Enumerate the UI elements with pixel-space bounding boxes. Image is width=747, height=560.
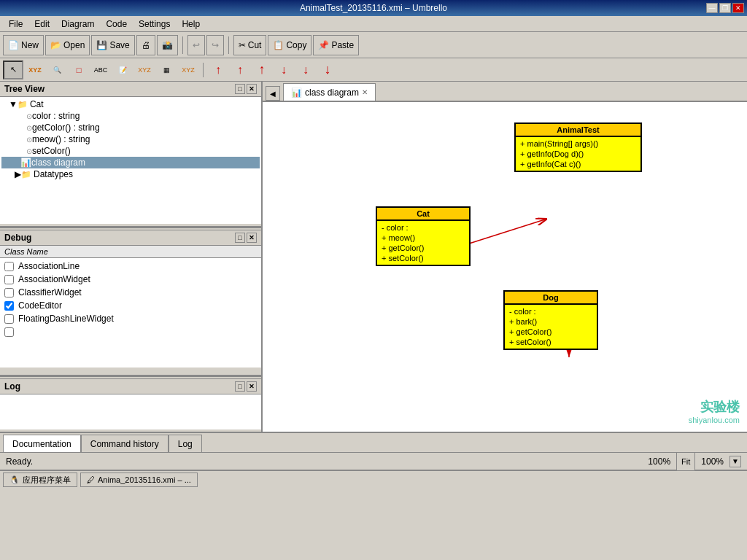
menu-diagram[interactable]: Diagram (55, 18, 100, 31)
animaltest-header: AnimalTest (516, 124, 640, 137)
diagram-tabs: ◀ 📊 class diagram ✕ (263, 82, 747, 102)
open-button[interactable]: 📂 Open (45, 35, 90, 55)
statusbar: Ready. 100% Fit 100% ▼ (0, 452, 747, 470)
tab-log[interactable]: Log (169, 435, 202, 452)
zoom-scroll[interactable]: ▼ (729, 456, 741, 467)
debug-item[interactable]: AssociationWidget (1, 273, 260, 286)
diagram-canvas[interactable]: AnimalTest + main(String[] args)() + get… (263, 102, 747, 432)
uml-class-animaltest[interactable]: AnimalTest + main(String[] args)() + get… (514, 122, 642, 172)
classifierwidget-checkbox[interactable] (4, 288, 14, 298)
tree-method-setcolor[interactable]: ⊙ setColor() (1, 145, 260, 157)
arrow-down3-tool[interactable]: ↓ (317, 61, 338, 79)
new-icon: 📄 (8, 40, 19, 50)
floatingtext-checkbox[interactable] (4, 327, 14, 337)
fit-button[interactable]: Fit (676, 452, 695, 471)
rect-tool[interactable]: □ (69, 61, 89, 79)
overview-tool[interactable]: 🔍 (47, 61, 67, 79)
save-icon: 💾 (96, 40, 107, 50)
log-undock-btn[interactable]: □ (235, 381, 245, 392)
treeview-close-btn[interactable]: ✕ (247, 84, 257, 94)
cut-button[interactable]: ✂ Cut (233, 35, 267, 55)
arrow-up2-tool[interactable]: ↑ (230, 61, 250, 79)
toolbar-sep2 (228, 36, 229, 54)
tree-classdiagram[interactable]: 📊 class diagram (1, 157, 260, 168)
debug-item[interactable]: AssociationLine (1, 260, 260, 273)
attr-icon: ⊙ (26, 112, 32, 120)
export-button[interactable]: 📸 (157, 35, 178, 55)
close-button[interactable]: ✕ (732, 3, 744, 13)
maximize-button[interactable]: ❐ (719, 3, 731, 13)
tab-close-btn[interactable]: ✕ (362, 88, 368, 96)
taskbar-app[interactable]: 🐧 应用程序菜单 (3, 472, 77, 487)
tab-commandhistory[interactable]: Command history (81, 435, 169, 452)
paste-button[interactable]: 📌 Paste (313, 35, 359, 55)
cat-header: Cat (377, 208, 469, 221)
arrow-down-tool[interactable]: ↓ (274, 61, 294, 79)
tree-datatypes[interactable]: ▶ 📁 Datatypes (1, 168, 260, 180)
toolbar-sep1 (182, 36, 183, 54)
taskbar-file[interactable]: 🖊 Anima_20135116.xmi – ... (80, 472, 198, 487)
debug-item[interactable]: FloatingDashLineWidget (1, 312, 260, 325)
menu-code[interactable]: Code (100, 18, 133, 31)
menu-help[interactable]: Help (176, 18, 206, 31)
titlebar-controls: — ❐ ✕ (706, 3, 744, 13)
menu-file[interactable]: File (3, 18, 28, 31)
method2-icon: ⊙ (26, 136, 32, 144)
dog-body: - color : + bark() + getColor() + setCol… (505, 305, 597, 349)
uml-class-dog[interactable]: Dog - color : + bark() + getColor() + se… (503, 290, 598, 350)
minimize-button[interactable]: — (706, 3, 718, 13)
label-tool[interactable]: XYZ (178, 61, 198, 79)
assocline-checkbox[interactable] (4, 262, 14, 271)
main-toolbar: 📄 New 📂 Open 💾 Save 🖨 📸 ↩ ↪ ✂ Cut 📋 Copy… (0, 32, 747, 58)
status-text: Ready. (6, 456, 33, 467)
export-icon: 📸 (162, 40, 173, 50)
xyz2-tool[interactable]: XYZ (134, 61, 155, 79)
expand-icon: ▼ (9, 99, 18, 109)
tree-attr-color[interactable]: ⊙ color : string (1, 110, 260, 122)
cut-icon: ✂ (239, 40, 246, 50)
animaltest-body: + main(String[] args)() + getInfo(Dog d)… (516, 137, 640, 171)
xyz-tool[interactable]: XYZ (25, 61, 45, 79)
new-button[interactable]: 📄 New (3, 35, 44, 55)
log-header: Log □ ✕ (0, 379, 261, 394)
treeview-undock-btn[interactable]: □ (235, 84, 245, 94)
log-panel: Log □ ✕ (0, 379, 261, 432)
uml-class-cat[interactable]: Cat - color : + meow() + getColor() + se… (376, 206, 471, 266)
debug-close-btn[interactable]: ✕ (247, 233, 257, 243)
floatingdash-checkbox[interactable] (4, 314, 14, 324)
arrow-up3-tool[interactable]: ↑ (252, 61, 272, 79)
tab-nav-left[interactable]: ◀ (266, 86, 280, 101)
arrows-svg (263, 102, 747, 432)
save-button[interactable]: 💾 Save (91, 35, 134, 55)
tree-method-meow[interactable]: ⊙ meow() : string (1, 133, 260, 145)
tab-classdiagram[interactable]: 📊 class diagram ✕ (283, 83, 376, 101)
redo-button[interactable]: ↪ (206, 35, 224, 55)
debug-item[interactable]: FloatingTextWidget (1, 325, 260, 338)
text-tool[interactable]: ABC (90, 61, 111, 79)
diagram-icon: 📊 (20, 158, 31, 168)
assocwidget-checkbox[interactable] (4, 275, 14, 284)
tab-label: class diagram (305, 88, 359, 98)
menu-settings[interactable]: Settings (133, 18, 176, 31)
debug-item-codeeditor[interactable]: CodeEditor (1, 299, 260, 312)
print-button[interactable]: 🖨 (136, 35, 155, 55)
undo-button[interactable]: ↩ (187, 35, 205, 55)
note-tool[interactable]: 📝 (112, 61, 133, 79)
treeview-title: Tree View (4, 84, 44, 94)
copy-button[interactable]: 📋 Copy (268, 35, 311, 55)
arrow-down2-tool[interactable]: ↓ (295, 61, 316, 79)
menu-edit[interactable]: Edit (28, 18, 55, 31)
debug-undock-btn[interactable]: □ (235, 233, 245, 243)
debug-item[interactable]: ClassifierWidget (1, 286, 260, 299)
open-icon: 📂 (50, 40, 61, 50)
tree-method-getcolor[interactable]: ⊙ getColor() : string (1, 122, 260, 133)
tab-documentation[interactable]: Documentation (3, 435, 81, 452)
box-tool[interactable]: ▦ (156, 61, 177, 79)
dog-header: Dog (505, 292, 597, 305)
tree-item[interactable]: ▼ 📁 Cat (1, 98, 260, 110)
arrow-up-tool[interactable]: ↑ (208, 61, 228, 79)
log-close-btn[interactable]: ✕ (247, 381, 257, 392)
select-tool[interactable]: ↖ (3, 61, 23, 79)
codeeditor-checkbox[interactable] (4, 301, 14, 311)
menubar: File Edit Diagram Code Settings Help (0, 16, 747, 32)
